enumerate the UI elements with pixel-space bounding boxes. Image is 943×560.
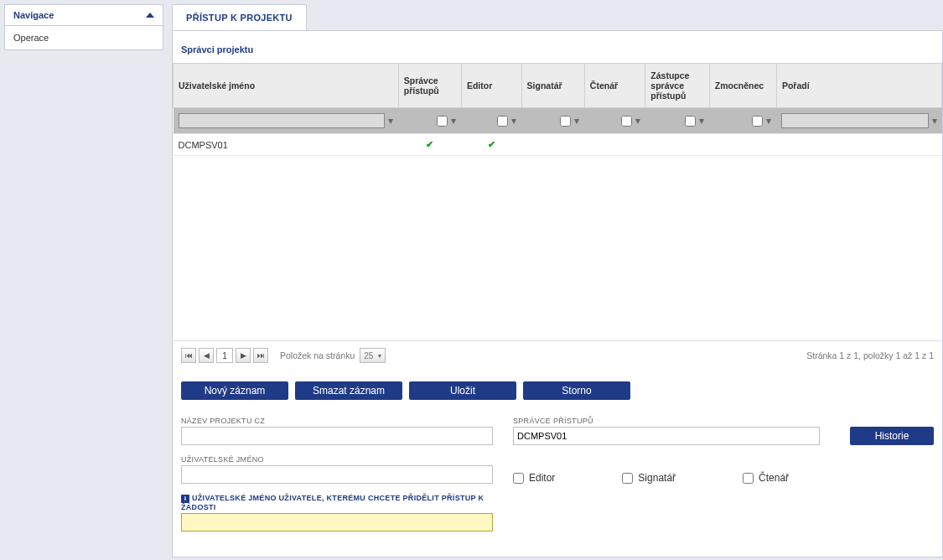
filter-proxy-checkbox[interactable]	[752, 116, 763, 127]
section-title: Správci projektu	[173, 31, 942, 63]
editor-checkbox[interactable]	[513, 473, 524, 484]
pager-per-value: 25	[364, 351, 373, 360]
col-header-username[interactable]: Uživatelské jméno	[174, 64, 399, 108]
editor-check-label: Editor	[529, 472, 555, 484]
admins-grid: Uživatelské jméno Správce přístupů Edito…	[173, 63, 942, 156]
reader-checkbox[interactable]	[743, 473, 754, 484]
pager-first[interactable]: ⏮	[181, 348, 196, 363]
project-name-label: NÁZEV PROJEKTU CZ	[181, 417, 493, 425]
filter-icon[interactable]: ▾	[574, 115, 579, 127]
check-icon: ✔	[403, 139, 456, 150]
filter-icon[interactable]: ▾	[451, 115, 456, 127]
filter-icon[interactable]: ▾	[388, 115, 393, 127]
table-row[interactable]: DCMPSV01✔✔	[174, 134, 942, 156]
col-header-admin[interactable]: Správce přístupů	[398, 64, 461, 108]
nav-header[interactable]: Navigace	[5, 5, 163, 26]
new-record-button[interactable]: Nový záznam	[181, 381, 288, 400]
pager-bar: ⏮ ◀ ▶ ⏭ Položek na stránku 25 Stránka 1 …	[173, 340, 942, 371]
reader-check-label: Čtenář	[759, 472, 789, 484]
nav-panel: Navigace Operace	[4, 4, 163, 50]
filter-editor-checkbox[interactable]	[497, 116, 508, 127]
pager-prev[interactable]: ◀	[199, 348, 214, 363]
filter-icon[interactable]: ▾	[932, 115, 937, 127]
info-icon: i	[181, 495, 189, 503]
project-name-input[interactable]	[181, 427, 493, 445]
filter-reader-checkbox[interactable]	[621, 116, 632, 127]
filter-order[interactable]	[781, 113, 928, 128]
reader-checkbox-wrap[interactable]: Čtenář	[743, 472, 789, 484]
chevron-up-icon	[146, 13, 154, 18]
pager-per-label: Položek na stránku	[280, 350, 355, 360]
filter-icon[interactable]: ▾	[699, 115, 704, 127]
assign-user-input[interactable]	[181, 513, 493, 531]
filter-icon[interactable]: ▾	[635, 115, 640, 127]
filter-deputy-checkbox[interactable]	[685, 116, 696, 127]
col-header-deputy[interactable]: Zástupce správce přístupů	[645, 64, 709, 108]
signatory-checkbox-wrap[interactable]: Signatář	[622, 472, 676, 484]
signatory-checkbox[interactable]	[622, 473, 633, 484]
nav-title: Navigace	[13, 10, 54, 20]
nav-item-label: Operace	[13, 33, 49, 43]
admin-label: SPRÁVCE PŘÍSTUPŮ	[513, 417, 820, 425]
nav-item-operace[interactable]: Operace	[5, 26, 163, 49]
editor-checkbox-wrap[interactable]: Editor	[513, 472, 555, 484]
cancel-button[interactable]: Storno	[523, 381, 630, 400]
col-header-proxy[interactable]: Zmocněnec	[709, 64, 776, 108]
filter-icon[interactable]: ▾	[766, 115, 771, 127]
username-label: UŽIVATELSKÉ JMÉNO	[181, 455, 493, 464]
col-header-editor[interactable]: Editor	[461, 64, 521, 108]
col-header-reader[interactable]: Čtenář	[584, 64, 645, 108]
pager-per-select[interactable]: 25	[360, 348, 386, 363]
pager-summary: Stránka 1 z 1, položky 1 až 1 z 1	[806, 350, 934, 360]
signatory-check-label: Signatář	[638, 472, 676, 484]
assign-user-label: iUŽIVATELSKÉ JMÉNO UŽIVATELE, KTERÉMU CH…	[181, 494, 493, 511]
admin-input[interactable]	[513, 427, 820, 445]
filter-username[interactable]	[179, 113, 386, 128]
tab-label: PŘÍSTUP K PROJEKTU	[186, 13, 293, 23]
tab-project-access[interactable]: PŘÍSTUP K PROJEKTU	[172, 4, 307, 30]
cell-username: DCMPSV01	[179, 140, 228, 150]
col-header-order[interactable]: Pořadí	[776, 64, 941, 108]
save-button[interactable]: Uložit	[409, 381, 516, 400]
pager-last[interactable]: ⏭	[253, 348, 268, 363]
content-box: Správci projektu Uživatelské jméno Správ…	[172, 30, 943, 557]
pager-next[interactable]: ▶	[236, 348, 251, 363]
username-input[interactable]	[181, 465, 493, 484]
filter-signatory-checkbox[interactable]	[560, 116, 571, 127]
filter-admin-checkbox[interactable]	[437, 116, 448, 127]
filter-icon[interactable]: ▾	[511, 115, 516, 127]
col-header-signatory[interactable]: Signatář	[521, 64, 584, 108]
history-button[interactable]: Historie	[850, 427, 934, 445]
pager-page-input[interactable]	[216, 348, 233, 363]
check-icon: ✔	[466, 139, 516, 150]
delete-record-button[interactable]: Smazat záznam	[295, 381, 402, 400]
